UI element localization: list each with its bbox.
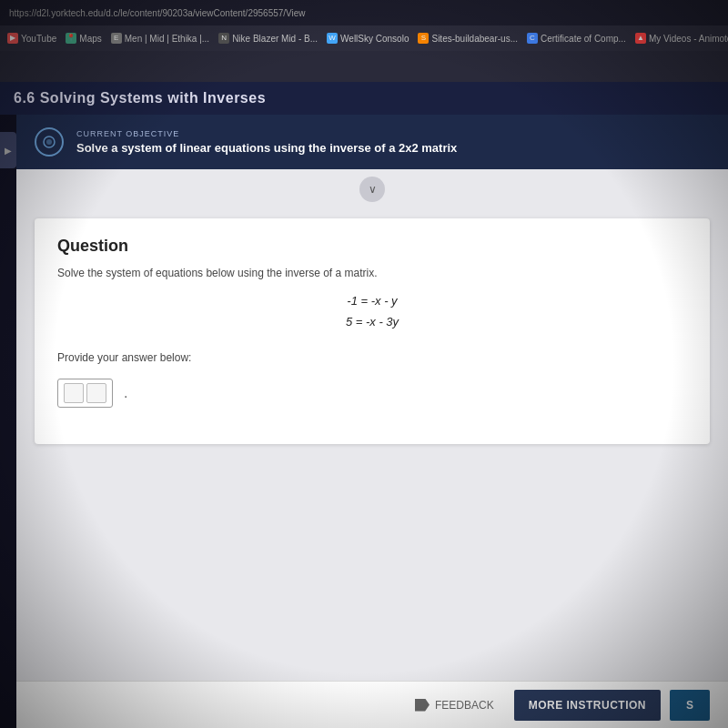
chevron-row: ∨ (16, 169, 728, 209)
matrix-input-box[interactable] (57, 379, 113, 408)
svg-point-1 (46, 139, 52, 145)
matrix-cell-1[interactable] (64, 383, 84, 403)
more-instruction-label: MORE INSTRUCTION (529, 699, 646, 712)
sites-icon: S (418, 33, 429, 44)
bookmark-cert-label: Certificate of Comp... (541, 34, 626, 44)
main-content: CURRENT OBJECTIVE Solve a system of line… (16, 115, 728, 728)
youtube-icon: ▶ (7, 33, 18, 44)
nike-icon: N (218, 33, 229, 44)
ethika-icon: E (111, 33, 122, 44)
animoto-icon: ▲ (635, 33, 646, 44)
objective-svg-icon (42, 135, 56, 149)
bookmark-sites-label: Sites-buildabear-us... (431, 34, 518, 44)
sidebar-toggle[interactable]: ▶ (0, 132, 16, 168)
page-title-bar: 6.6 Solving Systems with Inverses (0, 82, 728, 115)
bookmark-cert[interactable]: C Certificate of Comp... (527, 33, 626, 44)
bottom-action-bar: FEEDBACK MORE INSTRUCTION S (16, 681, 728, 728)
bookmark-maps-label: Maps (79, 34, 101, 44)
question-card: Question Solve the system of equations b… (35, 218, 710, 444)
objective-label: CURRENT OBJECTIVE (76, 129, 710, 138)
objective-banner: CURRENT OBJECTIVE Solve a system of line… (16, 115, 728, 169)
feedback-button[interactable]: FEEDBACK (404, 692, 505, 719)
wellsky-icon: W (327, 33, 338, 44)
bookmark-wellsky[interactable]: W WellSky Consolo (327, 33, 409, 44)
bookmark-ethika[interactable]: E Men | Mid | Ethika |... (111, 33, 209, 44)
bookmark-wellsky-label: WellSky Consolo (340, 34, 409, 44)
more-instruction-button[interactable]: MORE INSTRUCTION (514, 690, 661, 721)
bookmark-maps[interactable]: 📍 Maps (66, 33, 101, 44)
url-bar[interactable]: https://d2l.yorktech.edu/d.c/le/content/… (0, 0, 728, 25)
bookmark-youtube-label: YouTube (21, 34, 56, 44)
dot-separator: . (124, 385, 127, 401)
objective-text-block: CURRENT OBJECTIVE Solve a system of line… (76, 129, 710, 155)
equation-line1: -1 = -x - y (57, 290, 687, 311)
bookmark-animoto-label: My Videos - Animoto (649, 34, 728, 44)
equation-line2: 5 = -x - 3y (57, 311, 687, 332)
feedback-icon (415, 699, 430, 712)
maps-icon: 📍 (66, 33, 76, 44)
question-body: Solve the system of equations below usin… (57, 267, 687, 279)
cert-icon: C (527, 33, 538, 44)
matrix-cell-2[interactable] (86, 383, 106, 403)
feedback-label: FEEDBACK (435, 699, 494, 712)
screen: https://d2l.yorktech.edu/d.c/le/content/… (0, 0, 728, 728)
answer-area: . (57, 379, 687, 408)
collapse-button[interactable]: ∨ (359, 177, 385, 202)
page-title: 6.6 Solving Systems with Inverses (14, 90, 266, 106)
chevron-down-icon: ∨ (369, 183, 377, 196)
question-title: Question (57, 237, 687, 256)
submit-button[interactable]: S (670, 690, 710, 721)
objective-icon (35, 127, 64, 157)
equations-display: -1 = -x - y 5 = -x - 3y (57, 290, 687, 333)
url-text: https://d2l.yorktech.edu/d.c/le/content/… (9, 8, 306, 18)
bookmark-ethika-label: Men | Mid | Ethika |... (125, 34, 209, 44)
objective-description: Solve a system of linear equations using… (76, 141, 710, 155)
bookmark-nike[interactable]: N Nike Blazer Mid - B... (218, 33, 318, 44)
bookmark-sites[interactable]: S Sites-buildabear-us... (418, 33, 518, 44)
submit-label: S (686, 699, 693, 712)
provide-answer-label: Provide your answer below: (57, 351, 687, 364)
bookmarks-bar: ▶ YouTube 📍 Maps E Men | Mid | Ethika |.… (0, 25, 728, 51)
bookmark-animoto[interactable]: ▲ My Videos - Animoto (635, 33, 728, 44)
browser-chrome: https://d2l.yorktech.edu/d.c/le/content/… (0, 0, 728, 82)
bookmark-nike-label: Nike Blazer Mid - B... (232, 34, 318, 44)
sidebar-toggle-icon: ▶ (5, 146, 12, 156)
bookmark-youtube[interactable]: ▶ YouTube (7, 33, 56, 44)
